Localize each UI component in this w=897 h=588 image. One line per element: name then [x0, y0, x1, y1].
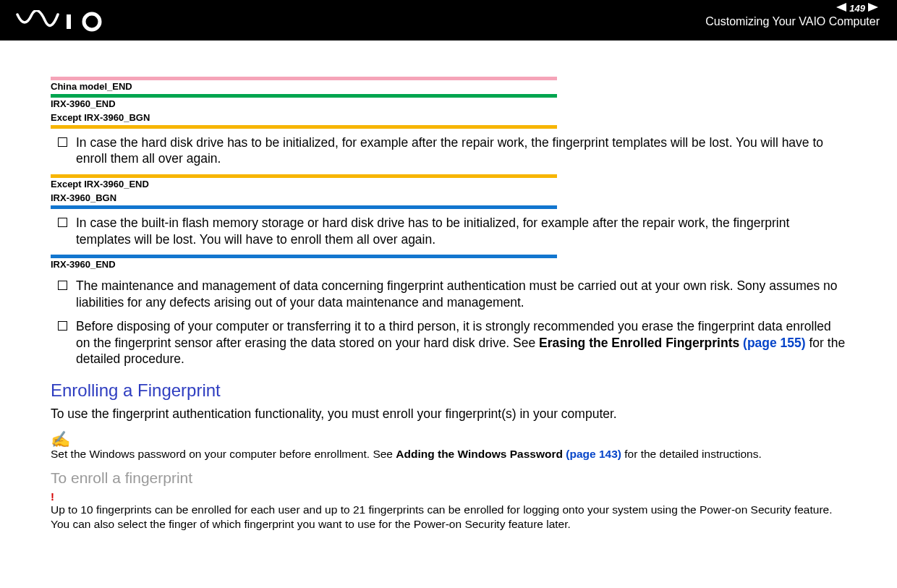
bullet-text: Before disposing of your computer or tra…: [76, 318, 846, 367]
list-item: The maintenance and management of data c…: [51, 278, 846, 311]
bullet-icon: [58, 218, 67, 227]
note-icon: ✍: [51, 432, 846, 448]
heading-to-enroll: To enroll a fingerprint: [51, 469, 846, 487]
text-bold: Adding the Windows Password: [396, 448, 566, 460]
list-item: In case the hard disk drive has to be in…: [51, 135, 846, 168]
nav-prev-icon[interactable]: [835, 3, 846, 14]
page-number: 149: [849, 3, 865, 14]
bullet-text: In case the built-in flash memory storag…: [76, 215, 846, 248]
nav-next-icon[interactable]: [868, 3, 880, 14]
tag-except-irx-end: Except IRX-3960_END IRX-3960_BGN: [51, 174, 846, 209]
tag-label: IRX-3960_BGN: [51, 192, 846, 205]
paragraph: To use the fingerprint authentication fu…: [51, 406, 846, 422]
tag-label: IRX-3960_END: [51, 98, 846, 111]
note-text: Set the Windows password on your compute…: [51, 448, 846, 461]
text-part: for the detailed instructions.: [621, 448, 762, 460]
alert-block: ! Up to 10 fingerprints can be enrolled …: [51, 491, 846, 532]
tag-label: China model_END: [51, 80, 846, 94]
text-part: Set the Windows password on your compute…: [51, 448, 396, 460]
bullet-text: In case the hard disk drive has to be in…: [76, 135, 846, 168]
alert-text: Up to 10 fingerprints can be enrolled fo…: [51, 503, 846, 532]
svg-rect-0: [67, 14, 71, 29]
bullet-icon: [58, 281, 67, 290]
list-item: Before disposing of your computer or tra…: [51, 318, 846, 367]
page-link[interactable]: (page 143): [566, 448, 621, 460]
vaio-logo: [16, 10, 117, 35]
header-nav: 149 Customizing Your VAIO Computer: [705, 3, 880, 28]
alert-icon: !: [51, 491, 846, 502]
heading-enrolling: Enrolling a Fingerprint: [51, 380, 846, 401]
tag-label: IRX-3960_END: [51, 258, 846, 272]
bullet-icon: [58, 321, 67, 331]
page-header: 149 Customizing Your VAIO Computer: [0, 0, 897, 41]
tag-label: Except IRX-3960_BGN: [51, 111, 846, 125]
svg-point-1: [84, 14, 100, 30]
tag-label: Except IRX-3960_END: [51, 178, 846, 192]
divider-yellow: [51, 125, 557, 129]
svg-marker-2: [836, 3, 846, 12]
bullet-text: The maintenance and management of data c…: [76, 278, 846, 311]
section-title: Customizing Your VAIO Computer: [705, 15, 880, 28]
list-item: In case the built-in flash memory storag…: [51, 215, 846, 248]
page-body: China model_END IRX-3960_END Except IRX-…: [0, 41, 897, 566]
note-block: ✍ Set the Windows password on your compu…: [51, 432, 846, 461]
svg-marker-3: [868, 3, 878, 12]
text-bold: Erasing the Enrolled Fingerprints: [539, 336, 743, 350]
bullet-icon: [58, 137, 67, 147]
divider-blue: [51, 205, 557, 209]
tag-china-end: China model_END IRX-3960_END Except IRX-…: [51, 77, 846, 129]
page-link[interactable]: (page 155): [743, 336, 806, 350]
tag-irx-end: IRX-3960_END: [51, 255, 846, 272]
